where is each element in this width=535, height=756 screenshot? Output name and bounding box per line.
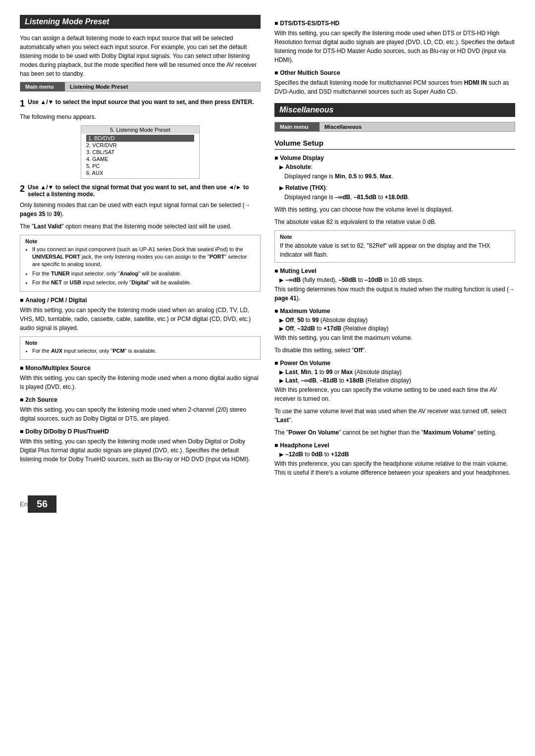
right-column: DTS/DTS-ES/DTS-HD With this setting, you… (274, 15, 515, 481)
twoch-title: 2ch Source (20, 396, 261, 403)
menu-box-title: 5. Listening Mode Preset (81, 126, 199, 134)
step2-container: 2 Use ▲/▼ to select the signal format th… (20, 184, 261, 198)
misc-section-title: Miscellaneous (279, 106, 333, 114)
max-vol-arrow1: ▶ Off, 50 to 99 (Absolute display) (279, 317, 515, 324)
menu-item-cblsat[interactable]: 3. CBL/SAT (86, 149, 194, 156)
note2-item1: For the AUX input selector, only "PCM" i… (32, 347, 255, 355)
arrow-icon-relative: ▶ (279, 185, 283, 191)
max-vol-arrow2: ▶ Off, –32dB to +17dB (Relative display) (279, 325, 515, 332)
misc-menu-bar-right: Miscellaneous (320, 122, 515, 131)
menu-item-aux[interactable]: 6. AUX (86, 169, 194, 176)
step1-text: Use ▲/▼ to select the input source that … (28, 99, 254, 106)
dolby-title: Dolby D/Dolby D Plus/TrueHD (20, 428, 261, 435)
note1-item1: If you connect an input component (such … (32, 246, 255, 269)
step1-sub: The following menu appears. (20, 112, 261, 121)
step1-container: 1 Use ▲/▼ to select the input source tha… (20, 99, 261, 109)
menu-bar-left: Main menu Listening Mode Preset (20, 82, 261, 92)
note2-box: Note For the AUX input selector, only "P… (20, 336, 261, 360)
menu-bar-main-label: Main menu (20, 82, 65, 91)
analog-pcm-title: Analog / PCM / Digital (20, 297, 261, 304)
other-multich-title: Other Multich Source (274, 69, 515, 76)
relative-text: Displayed range is –∞dB, –81.5dB to +18.… (284, 193, 515, 202)
analog-pcm-text: With this setting, you can specify the l… (20, 306, 261, 332)
menu-item-game[interactable]: 4. GAME (86, 156, 194, 162)
max-vol-para2: To disable this setting, select "Off". (274, 346, 515, 355)
note1-title: Note (25, 238, 255, 244)
note1-item3: For the NET or USB input selector, only … (32, 279, 255, 286)
power-on-para1: With this preference, you can specify th… (274, 385, 515, 403)
step2-para1: Only listening modes that can be used wi… (20, 201, 261, 218)
volume-setup-title: Volume Setup (274, 139, 515, 150)
power-on-para2: To use the same volume level that was us… (274, 407, 515, 425)
menu-item-pc[interactable]: 5. PC (86, 162, 194, 169)
step2-para2: The "Last Valid" option means that the l… (20, 222, 261, 231)
muting-arrow: ▶ –∞dB (fully muted), –50dB to –10dB in … (279, 276, 515, 283)
misc-menu-bar-main: Main menu (275, 122, 320, 131)
note1-item2: For the TUNER input selector, only "Anal… (32, 270, 255, 277)
note3-title: Note (280, 234, 510, 240)
power-on-arrow1: ▶ Last, Min, 1 to 99 or Max (Absolute di… (279, 369, 515, 376)
muting-para: This setting determines how much the out… (274, 285, 515, 303)
note1-list: If you connect an input component (such … (25, 246, 255, 287)
other-multich-text: Specifies the default listening mode for… (274, 78, 515, 96)
left-column: Listening Mode Preset You can assign a d… (20, 15, 261, 481)
note2-title: Note (25, 340, 255, 346)
page-footer: En 56 (20, 495, 515, 513)
arrow-icon-poweron1: ▶ (279, 369, 283, 376)
note1-box: Note If you connect an input component (… (20, 235, 261, 292)
note3-text: If the absolute value is set to 82, "82R… (280, 241, 510, 259)
max-volume-title: Maximum Volume (274, 308, 515, 315)
volume-display-para2: The absolute value 82 is equivalent to t… (274, 217, 515, 226)
misc-menu-bar: Main menu Miscellaneous (274, 122, 515, 132)
arrow-icon-poweron2: ▶ (279, 378, 283, 384)
max-vol-para1: With this setting, you can limit the max… (274, 333, 515, 342)
step2-number: 2 (20, 184, 25, 195)
mono-multiplex-text: With this setting, you can specify the l… (20, 374, 261, 391)
twoch-text: With this setting, you can specify the l… (20, 405, 261, 423)
left-section-title: Listening Mode Preset (25, 17, 109, 26)
arrow-icon-maxvol2: ▶ (279, 325, 283, 332)
mono-multiplex-title: Mono/Multiplex Source (20, 365, 261, 372)
menu-item-vcrdvr[interactable]: 2. VCR/DVR (86, 142, 194, 149)
absolute-item: ▶ Absolute: (279, 163, 515, 170)
arrow-icon-maxvol1: ▶ (279, 317, 283, 324)
left-section-header: Listening Mode Preset (20, 15, 261, 29)
en-label: En (20, 500, 28, 508)
headphone-arrow: ▶ –12dB to 0dB to +12dB (279, 451, 515, 458)
headphone-level-title: Headphone Level (274, 442, 515, 449)
note2-list: For the AUX input selector, only "PCM" i… (25, 347, 255, 355)
dts-text: With this setting, you can specify the l… (274, 29, 515, 64)
menu-bar-preset-label: Listening Mode Preset (65, 82, 260, 91)
power-on-volume-title: Power On Volume (274, 360, 515, 367)
volume-display-para1: With this setting, you can choose how th… (274, 205, 515, 214)
misc-section-header: Miscellaneous (274, 103, 515, 117)
muting-level-title: Muting Level (274, 268, 515, 274)
intro-text: You can assign a default listening mode … (20, 34, 261, 78)
relative-item: ▶ Relative (THX): (279, 184, 515, 191)
menu-item-bddvd[interactable]: 1. BD/DVD (86, 135, 194, 142)
step2-text: Use ▲/▼ to select the signal format that… (28, 184, 249, 198)
menu-box-items: 1. BD/DVD 2. VCR/DVR 3. CBL/SAT 4. GAME … (81, 134, 199, 178)
arrow-icon-muting: ▶ (279, 277, 283, 283)
note3-box: Note If the absolute value is set to 82,… (274, 230, 515, 263)
headphone-para: With this preference, you can specify th… (274, 459, 515, 477)
absolute-text: Displayed range is Min, 0.5 to 99.5, Max… (284, 172, 515, 181)
page-number: 56 (28, 495, 56, 513)
arrow-icon-absolute: ▶ (279, 164, 283, 170)
dts-title: DTS/DTS-ES/DTS-HD (274, 20, 515, 27)
volume-display-title: Volume Display (274, 155, 515, 162)
power-on-arrow2: ▶ Last, –∞dB, –81dB to +18dB (Relative d… (279, 377, 515, 384)
step1-number: 1 (20, 99, 25, 109)
dolby-text: With this setting, you can specify the l… (20, 437, 261, 464)
listening-mode-menu-box: 5. Listening Mode Preset 1. BD/DVD 2. VC… (81, 125, 200, 179)
arrow-icon-headphone: ▶ (279, 451, 283, 458)
power-on-para3: The "Power On Volume" cannot be set high… (274, 428, 515, 437)
